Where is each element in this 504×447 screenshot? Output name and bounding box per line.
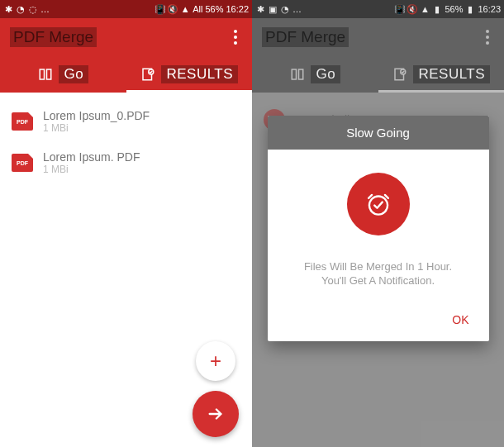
status-misc-text: All	[193, 4, 202, 14]
svg-rect-1	[47, 69, 51, 79]
dialog-message-line2: You'll Get A Notification.	[281, 274, 476, 287]
dialog-overlay: Slow Going Files Will Be Merged In 1 Hou…	[252, 0, 504, 447]
battery-text: 56%	[205, 4, 223, 14]
tab-results[interactable]: RESULTS	[126, 56, 253, 93]
wifi-icon: ▲	[180, 4, 190, 14]
file-size: 1 MBi	[43, 122, 150, 134]
tab-go[interactable]: Go	[0, 56, 126, 93]
file-name: Lorem Ipsum. PDF	[43, 150, 140, 164]
plus-icon: +	[210, 350, 221, 373]
svg-rect-0	[40, 69, 45, 79]
file-list: PDF Lorem Ipsum_0.PDF 1 MBi PDF Lorem Ip…	[0, 93, 252, 192]
results-icon	[140, 67, 156, 82]
tab-bar: Go RESULTS	[0, 56, 252, 93]
pdf-icon: PDF	[12, 112, 33, 131]
arrow-right-icon	[207, 405, 225, 423]
file-row[interactable]: PDF Lorem Ipsum_0.PDF 1 MBi	[0, 101, 252, 142]
dialog-message-line1: Files Will Be Merged In 1 Hour.	[281, 260, 476, 273]
tab-results-label: RESULTS	[161, 65, 238, 83]
add-file-button[interactable]: +	[196, 341, 235, 381]
status-bar: ✱ ◔ ◌ … 📳 🔇 ▲ All 56% 16:22	[0, 0, 252, 18]
files-icon	[37, 67, 54, 82]
clock-icon: ◔	[16, 4, 26, 14]
ok-button[interactable]: OK	[444, 308, 477, 331]
file-name: Lorem Ipsum_0.PDF	[43, 109, 150, 122]
bluetooth-icon: ✱	[3, 4, 13, 14]
screen-dialog: ✱ ▣ ◔ … 📳 🔇 ▲ ▮ 56% ▮ 16:23 PDF Merge Go…	[252, 0, 504, 447]
vibrate-icon: 📳	[155, 4, 165, 14]
sync-icon: ◌	[28, 4, 38, 14]
mute-icon: 🔇	[168, 4, 178, 14]
app-bar: PDF Merge	[0, 18, 252, 56]
time-text: 16:22	[226, 4, 249, 14]
tab-go-label: Go	[59, 65, 88, 83]
screen-file-list: ✱ ◔ ◌ … 📳 🔇 ▲ All 56% 16:22 PDF Merge Go…	[0, 0, 252, 447]
fab-stack: +	[193, 341, 239, 437]
file-row[interactable]: PDF Lorem Ipsum. PDF 1 MBi	[0, 142, 252, 183]
pdf-icon: PDF	[12, 154, 33, 172]
merge-button[interactable]	[193, 391, 239, 437]
overflow-menu-button[interactable]	[229, 25, 242, 50]
slow-going-dialog: Slow Going Files Will Be Merged In 1 Hou…	[268, 116, 489, 341]
file-size: 1 MBi	[43, 164, 140, 175]
app-title: PDF Merge	[10, 27, 97, 47]
clock-check-icon	[347, 173, 410, 235]
status-misc: …	[40, 4, 50, 14]
dialog-title: Slow Going	[268, 116, 489, 150]
